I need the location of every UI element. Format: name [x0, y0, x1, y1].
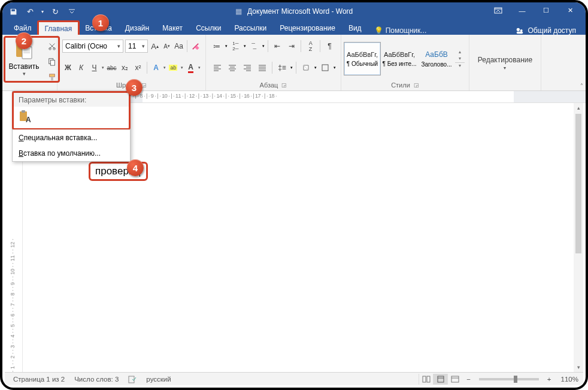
- strikethrough-icon[interactable]: abc: [106, 61, 117, 74]
- redo-icon[interactable]: ↻: [48, 4, 62, 19]
- show-marks-icon[interactable]: ¶: [323, 40, 336, 53]
- decrease-indent-icon[interactable]: ⇤: [271, 40, 284, 53]
- font-name-combo[interactable]: ▾: [62, 40, 123, 53]
- page-indicator[interactable]: Страница 1 из 2: [8, 376, 69, 383]
- paste-options-header: Параметры вставки:: [14, 93, 129, 107]
- paste-default-item[interactable]: Вставка по умолчанию...: [13, 146, 130, 161]
- increase-indent-icon[interactable]: ⇥: [285, 40, 298, 53]
- tab-references[interactable]: Ссылки: [189, 21, 228, 35]
- zoom-in-button[interactable]: +: [542, 376, 556, 383]
- chevron-down-icon[interactable]: ▾: [314, 65, 317, 70]
- proofing-icon[interactable]: [123, 375, 141, 383]
- scroll-thumb[interactable]: [575, 114, 581, 253]
- styles-group: АаБбВвГг, ¶ Обычный АаБбВвГг, ¶ Без инте…: [341, 35, 469, 90]
- borders-icon[interactable]: [319, 61, 332, 74]
- vertical-scrollbar[interactable]: ▴ ▾: [574, 103, 583, 372]
- chevron-down-icon[interactable]: ▾: [290, 65, 293, 70]
- svg-rect-27: [451, 376, 459, 382]
- paragraph-group: ≔▾ 1─2─▾ ─ ─▾ ⇤ ⇥ AZ ¶ ‡≡▾ ▾ ▾: [206, 35, 341, 90]
- minimize-icon[interactable]: —: [510, 2, 534, 20]
- font-color-icon[interactable]: A: [185, 61, 196, 74]
- styles-gallery-more[interactable]: ▴ ▾ ▾: [455, 49, 465, 68]
- chevron-down-icon[interactable]: ▾: [504, 65, 506, 71]
- justify-icon[interactable]: [256, 61, 269, 74]
- close-icon[interactable]: ✕: [558, 2, 582, 20]
- tab-review[interactable]: Рецензирование: [273, 21, 342, 35]
- bold-icon[interactable]: Ж: [62, 61, 74, 74]
- ribbon-options-icon[interactable]: [486, 2, 510, 20]
- align-right-icon[interactable]: [241, 61, 254, 74]
- clear-formatting-icon[interactable]: [190, 40, 201, 53]
- font-size-combo[interactable]: ▾: [125, 40, 148, 53]
- zoom-slider[interactable]: [479, 378, 539, 380]
- style-heading1[interactable]: АаБбВ Заголово...: [418, 42, 455, 75]
- paste-special-item[interactable]: ССпециальная вставка...пециальная вставк…: [13, 130, 130, 146]
- chevron-down-icon[interactable]: ▾: [198, 65, 201, 70]
- font-name-input[interactable]: [63, 40, 114, 52]
- chevron-down-icon[interactable]: ▾: [139, 43, 147, 49]
- chevron-down-icon[interactable]: ▾: [244, 44, 246, 49]
- styles-group-label: Стили: [391, 81, 410, 89]
- italic-icon[interactable]: К: [75, 61, 87, 74]
- quick-access-toolbar: ↶ ▾ ↻: [6, 4, 79, 19]
- dialog-launcher-icon[interactable]: ◲: [414, 82, 419, 88]
- align-center-icon[interactable]: [226, 61, 239, 74]
- zoom-level[interactable]: 110%: [556, 376, 580, 383]
- zoom-out-button[interactable]: −: [462, 376, 475, 383]
- chevron-down-icon[interactable]: ▾: [163, 65, 166, 70]
- line-spacing-icon[interactable]: ‡≡: [275, 61, 289, 74]
- customize-qat-icon[interactable]: [65, 4, 79, 19]
- format-painter-icon[interactable]: [46, 71, 59, 84]
- save-icon[interactable]: [6, 4, 20, 19]
- numbering-icon[interactable]: 1─2─: [229, 40, 242, 53]
- read-mode-icon[interactable]: [419, 374, 433, 385]
- highlight-icon[interactable]: ab: [168, 61, 179, 74]
- style-normal[interactable]: АаБбВвГг, ¶ Обычный: [344, 42, 381, 75]
- sort-icon[interactable]: AZ: [304, 40, 317, 53]
- maximize-icon[interactable]: ☐: [534, 2, 558, 20]
- language-indicator[interactable]: русский: [141, 376, 175, 383]
- multilevel-icon[interactable]: ─ ─: [248, 40, 260, 53]
- chevron-down-icon[interactable]: ▾: [334, 65, 336, 70]
- chevron-down-icon[interactable]: ▾: [114, 43, 123, 49]
- grow-font-icon[interactable]: A▴: [150, 40, 160, 53]
- chevron-down-icon[interactable]: ▾: [181, 65, 183, 70]
- collapse-ribbon-icon[interactable]: ˄: [580, 83, 583, 89]
- chevron-down-icon[interactable]: ▾: [225, 44, 228, 49]
- font-size-input[interactable]: [126, 40, 139, 52]
- status-bar: Страница 1 из 2 Число слов: 3 русский − …: [5, 372, 583, 385]
- bullets-icon[interactable]: ≔: [211, 40, 223, 53]
- dialog-launcher-icon[interactable]: ◲: [281, 82, 287, 88]
- tab-design[interactable]: Дизайн: [119, 21, 156, 35]
- tab-view[interactable]: Вид: [342, 21, 368, 35]
- chevron-down-icon[interactable]: ▾: [262, 44, 265, 49]
- editing-group[interactable]: Редактирование ▾: [469, 35, 541, 90]
- undo-icon[interactable]: ↶: [23, 4, 37, 19]
- print-layout-icon[interactable]: [433, 374, 447, 385]
- undo-dropdown-icon[interactable]: ▾: [40, 4, 46, 19]
- word-count[interactable]: Число слов: 3: [69, 376, 123, 383]
- tab-mailings[interactable]: Рассылки: [228, 21, 273, 35]
- align-left-icon[interactable]: [211, 61, 224, 74]
- tab-layout[interactable]: Макет: [156, 21, 189, 35]
- chevron-down-icon[interactable]: ▾: [102, 65, 104, 70]
- paste-keep-text-only-icon[interactable]: A: [17, 109, 33, 125]
- superscript-icon[interactable]: x²: [132, 61, 144, 74]
- subscript-icon[interactable]: x₂: [119, 61, 131, 74]
- share-button[interactable]: Общий доступ: [516, 26, 581, 35]
- change-case-icon[interactable]: Aa: [174, 40, 184, 53]
- text-effects-icon[interactable]: A: [150, 61, 162, 74]
- zoom-slider-knob[interactable]: [514, 376, 517, 383]
- cut-icon[interactable]: [46, 40, 59, 53]
- web-layout-icon[interactable]: [447, 374, 462, 385]
- tab-home[interactable]: Главная: [38, 22, 79, 35]
- copy-icon[interactable]: [46, 55, 59, 68]
- scroll-up-icon[interactable]: ▴: [574, 103, 583, 113]
- style-no-spacing[interactable]: АаБбВвГг, ¶ Без инте...: [381, 42, 418, 75]
- paste-dropdown-icon[interactable]: ▾: [7, 71, 41, 77]
- tellme-field[interactable]: 💡 Помощник...: [374, 26, 427, 35]
- underline-icon[interactable]: Ч: [89, 61, 100, 74]
- shading-icon[interactable]: [299, 61, 313, 74]
- shrink-font-icon[interactable]: A▾: [162, 40, 172, 53]
- scroll-down-icon[interactable]: ▾: [574, 362, 583, 372]
